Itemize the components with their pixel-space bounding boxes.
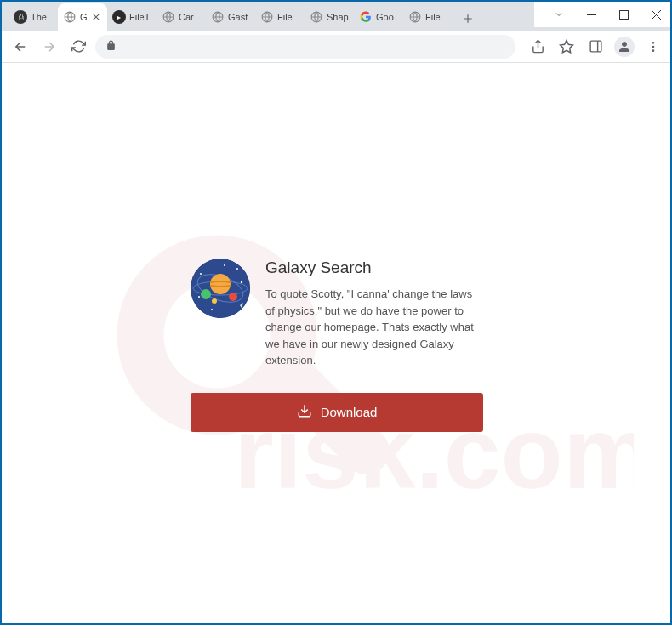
close-icon[interactable] <box>90 11 102 23</box>
promo-card: Galaxy Search To quote Scotty, "I canna'… <box>191 259 483 432</box>
tab-title: File <box>425 12 447 22</box>
tab-title: Shap <box>327 12 349 22</box>
chevron-down-icon[interactable] <box>551 7 567 22</box>
tab-title: Goo <box>376 12 398 22</box>
tab-title: Car <box>179 12 201 22</box>
browser-toolbar <box>2 31 670 63</box>
profile-avatar[interactable] <box>614 37 635 57</box>
filetype-icon: ▸ <box>112 10 126 24</box>
reload-button[interactable] <box>66 35 90 59</box>
bookmark-icon[interactable] <box>556 37 577 57</box>
new-tab-button[interactable] <box>456 7 480 31</box>
forward-button[interactable] <box>37 35 61 59</box>
google-icon <box>359 10 373 24</box>
sidepanel-icon[interactable] <box>585 37 606 57</box>
page-content: risk.com <box>2 63 670 623</box>
globe-icon <box>211 10 225 24</box>
close-button[interactable] <box>648 7 663 22</box>
globe-icon <box>162 10 175 24</box>
svg-rect-6 <box>619 10 628 19</box>
svg-point-8 <box>652 42 655 44</box>
svg-point-27 <box>212 298 217 304</box>
tab-title: File <box>277 12 299 22</box>
svg-point-17 <box>236 268 238 270</box>
menu-icon[interactable] <box>643 37 663 57</box>
address-bar[interactable] <box>95 35 515 59</box>
tab-2[interactable]: ▸ FileT <box>107 3 157 31</box>
globe-icon <box>63 10 77 24</box>
tab-8[interactable]: File <box>403 3 453 31</box>
window-titlebar <box>534 2 670 27</box>
globe-icon <box>408 10 422 24</box>
globe-icon <box>310 10 323 24</box>
printer-icon: ⎙ <box>14 10 27 24</box>
tab-title: Gast <box>228 12 250 22</box>
svg-point-21 <box>211 309 213 310</box>
tab-7[interactable]: Goo <box>354 3 403 31</box>
svg-point-26 <box>229 293 237 301</box>
svg-point-20 <box>198 296 200 298</box>
svg-point-25 <box>201 289 211 299</box>
page-title: Galaxy Search <box>265 259 483 277</box>
tab-title: G <box>80 12 87 22</box>
tab-title: FileT <box>129 12 151 22</box>
svg-point-18 <box>224 264 225 266</box>
svg-rect-7 <box>590 41 601 52</box>
minimize-button[interactable] <box>584 7 599 22</box>
tab-3[interactable]: Car <box>157 3 206 31</box>
download-button[interactable]: Download <box>191 393 483 432</box>
galaxy-icon <box>191 259 250 318</box>
toolbar-actions <box>521 37 663 57</box>
svg-point-24 <box>210 274 231 294</box>
svg-point-19 <box>241 281 242 283</box>
page-description: To quote Scotty, "I canna' change the la… <box>265 286 483 369</box>
download-label: Download <box>321 405 378 419</box>
tab-title: The <box>31 12 53 22</box>
svg-point-16 <box>200 273 202 275</box>
lock-icon <box>105 39 117 54</box>
maximize-button[interactable] <box>616 7 631 22</box>
browser-window: ⎙ The G ▸ FileT Car Gast <box>2 2 670 623</box>
globe-icon <box>260 10 274 24</box>
svg-point-9 <box>652 45 655 48</box>
tab-4[interactable]: Gast <box>206 3 255 31</box>
download-icon <box>297 403 312 421</box>
svg-point-10 <box>652 49 655 52</box>
share-icon[interactable] <box>527 37 548 57</box>
tab-1[interactable]: G <box>58 3 107 31</box>
tab-6[interactable]: Shap <box>305 3 354 31</box>
tab-5[interactable]: File <box>255 3 305 31</box>
back-button[interactable] <box>9 35 32 59</box>
tab-0[interactable]: ⎙ The <box>9 3 58 31</box>
